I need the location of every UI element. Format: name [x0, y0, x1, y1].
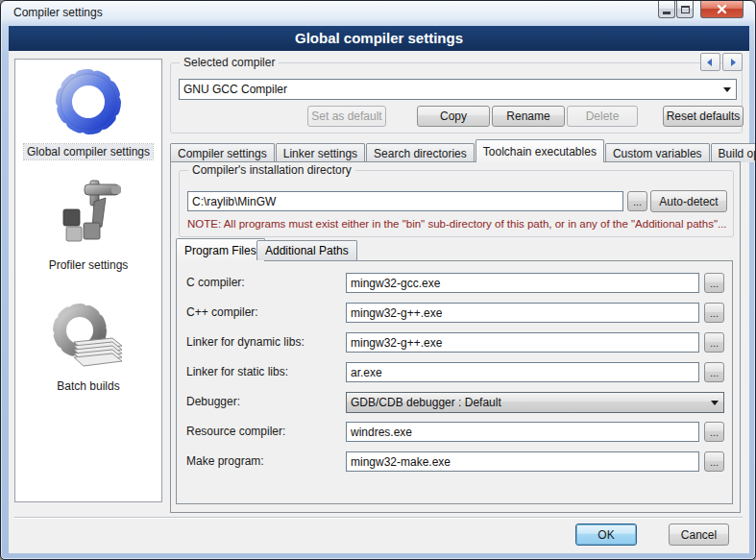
linker-dynamic-browse-button[interactable]: ...	[704, 332, 724, 353]
arrow-right-icon	[731, 59, 736, 66]
gray-gear-stack-icon	[49, 300, 128, 373]
dialog-body: Global compiler settings G	[9, 26, 749, 553]
tab-build-options[interactable]: Build options	[711, 143, 756, 162]
chevron-down-icon	[723, 87, 731, 92]
tab-custom-variables[interactable]: Custom variables	[605, 143, 710, 162]
delete-button[interactable]: Delete	[567, 106, 638, 127]
cpp-compiler-browse-button[interactable]: ...	[704, 303, 724, 323]
sidebar-item-label: Profiler settings	[46, 257, 132, 273]
toolchain-executables-panel: Compiler's installation directory ... Au…	[170, 161, 741, 513]
tab-toolchain-executables[interactable]: Toolchain executables	[476, 139, 604, 162]
caliper-icon	[52, 177, 125, 252]
installation-directory-browse-button[interactable]: ...	[627, 191, 647, 211]
footer-divider	[14, 517, 743, 519]
sidebar-item-profiler-settings[interactable]: Profiler settings	[15, 177, 161, 273]
compiler-select[interactable]: GNU GCC Compiler	[179, 79, 737, 100]
subtab-additional-paths[interactable]: Additional Paths	[256, 240, 357, 260]
sidebar-item-label: Batch builds	[54, 378, 122, 394]
maximize-icon	[681, 6, 690, 13]
blue-gear-icon	[52, 65, 125, 138]
window-title: Compiler settings	[13, 6, 103, 19]
close-button[interactable]	[700, 1, 744, 18]
sidebar-item-global-compiler-settings[interactable]: Global compiler settings	[15, 65, 161, 159]
resource-compiler-browse-button[interactable]: ...	[704, 422, 724, 442]
selected-compiler-group-label: Selected compiler	[180, 56, 279, 69]
minimize-button[interactable]	[658, 1, 675, 18]
installation-directory-group-label: Compiler's installation directory	[188, 163, 355, 177]
linker-static-label: Linker for static libs:	[186, 365, 288, 378]
compiler-settings-dialog: Compiler settings Global compiler settin…	[0, 0, 756, 560]
c-compiler-label: C compiler:	[186, 276, 245, 289]
linker-dynamic-label: Linker for dynamic libs:	[186, 335, 305, 349]
auto-detect-button[interactable]: Auto-detect	[650, 190, 727, 212]
maximize-button[interactable]	[676, 1, 694, 18]
chevron-down-icon	[711, 401, 719, 405]
tab-scroll-right-button[interactable]	[722, 53, 743, 71]
sidebar-item-batch-builds[interactable]: Batch builds	[15, 300, 161, 394]
c-compiler-input[interactable]	[346, 273, 699, 293]
resource-compiler-label: Resource compiler:	[186, 425, 285, 438]
subtab-program-files[interactable]: Program Files	[176, 238, 265, 261]
make-program-label: Make program:	[186, 454, 264, 468]
linker-static-browse-button[interactable]: ...	[704, 362, 724, 382]
reset-defaults-button[interactable]: Reset defaults	[663, 106, 744, 127]
selected-compiler-group: Selected compiler GNU GCC Compiler Set a…	[170, 62, 743, 134]
make-program-browse-button[interactable]: ...	[704, 451, 724, 472]
set-as-default-button[interactable]: Set as default	[307, 106, 386, 127]
debugger-select-value: GDB/CDB debugger : Default	[351, 396, 501, 409]
debugger-label: Debugger:	[186, 395, 240, 408]
tab-compiler-settings[interactable]: Compiler settings	[170, 143, 275, 162]
tab-scroll-left-button[interactable]	[700, 53, 720, 71]
ok-button[interactable]: OK	[575, 523, 637, 546]
settings-category-list: Global compiler settings	[14, 59, 162, 502]
installation-directory-input[interactable]	[187, 191, 623, 211]
linker-static-input[interactable]	[346, 362, 699, 382]
cpp-compiler-input[interactable]	[346, 303, 699, 323]
tab-search-directories[interactable]: Search directories	[366, 143, 475, 162]
close-icon	[716, 3, 728, 15]
debugger-select[interactable]: GDB/CDB debugger : Default	[346, 392, 724, 413]
rename-button[interactable]: Rename	[492, 106, 565, 127]
tab-linker-settings[interactable]: Linker settings	[276, 143, 365, 162]
bin-subdirectory-note: NOTE: All programs must exist either in …	[187, 218, 727, 230]
installation-directory-group: Compiler's installation directory ... Au…	[179, 170, 734, 237]
minimize-icon	[663, 12, 671, 14]
make-program-input[interactable]	[346, 451, 699, 472]
page-title: Global compiler settings	[9, 26, 749, 51]
settings-tabstrip: Compiler settings Linker settings Search…	[170, 140, 756, 162]
sidebar-item-label: Global compiler settings	[24, 144, 153, 159]
cpp-compiler-label: C++ compiler:	[186, 305, 258, 319]
copy-button[interactable]: Copy	[417, 106, 490, 127]
dialog-content: Global compiler settings	[9, 51, 749, 553]
c-compiler-browse-button[interactable]: ...	[704, 273, 724, 293]
program-files-panel: C compiler: ... C++ compiler: ... Linker…	[176, 260, 733, 504]
linker-dynamic-input[interactable]	[346, 332, 699, 353]
compiler-select-value: GNU GCC Compiler	[183, 83, 287, 96]
arrow-left-icon	[707, 59, 712, 66]
resource-compiler-input[interactable]	[346, 422, 699, 442]
cancel-button[interactable]: Cancel	[669, 523, 729, 546]
